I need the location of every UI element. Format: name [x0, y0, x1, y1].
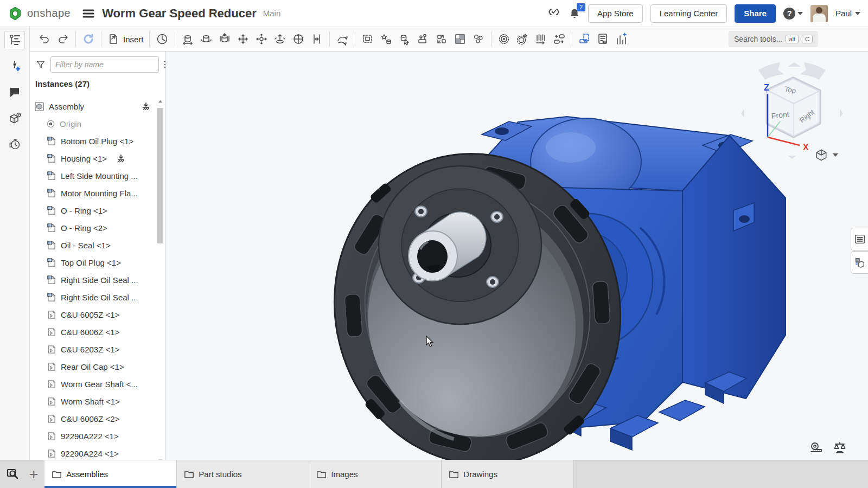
instance-item[interactable]: 92290A222 <1>	[30, 427, 156, 445]
instance-item[interactable]: C&U 6006Z <2>	[30, 410, 156, 427]
sidebar-scrollbar[interactable]	[157, 99, 164, 463]
share-button[interactable]: Share	[735, 4, 776, 23]
help-icon[interactable]: ?	[783, 8, 795, 20]
scrollbar-thumb[interactable]	[157, 108, 163, 243]
insert-copy-button[interactable]	[432, 30, 451, 48]
instance-item[interactable]: O - Ring <2>	[30, 219, 156, 236]
sketch-overlay-button[interactable]	[576, 30, 594, 48]
assembly-icon	[34, 101, 44, 112]
history-button[interactable]	[153, 30, 171, 48]
instance-item[interactable]: Top Oil Plug <1>	[30, 254, 156, 271]
instance-item[interactable]: Left Side Mounting ...	[30, 167, 156, 184]
help-menu[interactable]: ?	[783, 8, 803, 20]
instance-item[interactable]: Housing <1>	[30, 150, 156, 167]
view-mode-switch[interactable]	[814, 148, 838, 162]
tab-assemblies[interactable]: Assemblies	[44, 460, 177, 488]
folder-icon	[184, 471, 194, 478]
named-positions-button[interactable]	[414, 30, 432, 48]
display-states-button[interactable]	[451, 30, 469, 48]
chevron-down-icon	[855, 12, 860, 15]
free-drag-button[interactable]	[252, 30, 271, 48]
gear-advanced-button[interactable]	[513, 30, 532, 48]
linked-icon	[46, 379, 56, 389]
new-tab-button[interactable]: +	[29, 467, 38, 482]
move-part-button[interactable]	[234, 30, 252, 48]
instance-item[interactable]: Rear Oil Cap <1>	[30, 358, 156, 375]
parallel-mate-button[interactable]	[308, 30, 326, 48]
instance-label: C&U 6005Z <1>	[61, 310, 119, 319]
scroll-up-icon[interactable]	[158, 99, 163, 104]
box-select-button[interactable]	[359, 30, 377, 48]
instance-item[interactable]: Oil - Seal <1>	[30, 236, 156, 254]
avatar[interactable]	[810, 5, 828, 22]
fastened-mate-button[interactable]	[178, 30, 197, 48]
instance-item[interactable]: Origin	[30, 115, 156, 132]
search-tabs-icon[interactable]	[7, 468, 21, 481]
tab-images[interactable]: Images	[309, 460, 442, 488]
undo-button[interactable]	[35, 30, 54, 48]
app-store-button[interactable]: App Store	[588, 4, 643, 23]
instance-item[interactable]: C&U 6006Z <1>	[30, 323, 156, 341]
instance-item[interactable]: Bottom Oil Plug <1>	[30, 132, 156, 150]
viewport[interactable]: Top Front Right Z X Y	[165, 52, 868, 460]
configuration-panel-handle[interactable]	[851, 251, 868, 274]
instance-item[interactable]: Worm Shaft <1>	[30, 393, 156, 410]
instance-item[interactable]: Right Side Oil Seal ...	[30, 288, 156, 306]
instance-item[interactable]: Assembly	[30, 98, 156, 115]
screw-relation-button[interactable]	[532, 30, 550, 48]
planar-mate-button[interactable]	[289, 30, 308, 48]
gear-relation-button[interactable]	[495, 30, 513, 48]
check-cube-icon[interactable]	[4, 109, 25, 127]
instance-item[interactable]: O - Ring <1>	[30, 202, 156, 219]
bom-panel-handle[interactable]	[851, 228, 868, 251]
cylindrical-mate-button[interactable]	[215, 30, 234, 48]
learning-center-button[interactable]: Learning Center	[650, 4, 727, 23]
instance-item[interactable]: C&U 6203Z <1>	[30, 341, 156, 358]
instances-panel: Instances (27) AssemblyOriginBottom Oil …	[30, 52, 165, 465]
comments-icon[interactable]	[4, 83, 25, 101]
instance-label: Oil - Seal <1>	[61, 241, 111, 250]
part-icon	[46, 258, 56, 268]
mate-connector-icon[interactable]	[4, 57, 25, 75]
measure-icon[interactable]	[809, 441, 824, 453]
instance-label: Top Oil Plug <1>	[61, 258, 121, 267]
instance-item[interactable]: Right Side Oil Seal ...	[30, 271, 156, 288]
update-button[interactable]	[79, 30, 98, 48]
tangent-path-button[interactable]	[333, 30, 352, 48]
instance-label: Rear Oil Cap <1>	[61, 362, 124, 371]
onshape-logo-icon	[8, 6, 23, 21]
user-menu[interactable]: Paul	[835, 9, 860, 18]
toolbar-separator	[355, 31, 355, 47]
tab-part-studios[interactable]: Part studios	[177, 460, 309, 488]
bill-of-materials-button[interactable]	[594, 30, 612, 48]
instance-label: Right Side Oil Seal ...	[61, 293, 138, 302]
lift-button[interactable]	[271, 30, 289, 48]
output-hub[interactable]	[379, 166, 541, 324]
versions-icon[interactable]	[547, 7, 561, 20]
redo-button[interactable]	[54, 30, 72, 48]
chevron-down-icon	[833, 153, 838, 157]
instance-tree-icon[interactable]	[4, 31, 25, 49]
replace-instance-button[interactable]	[395, 30, 414, 48]
pattern-button[interactable]	[377, 30, 395, 48]
filter-funnel-icon[interactable]	[35, 59, 46, 70]
mass-properties-icon[interactable]	[833, 441, 846, 453]
search-tools[interactable]: Search tools... alt C	[729, 31, 818, 47]
menu-icon[interactable]	[82, 9, 94, 18]
simulation-chart-button[interactable]	[612, 30, 631, 48]
instance-item[interactable]: Worm Gear Shaft <...	[30, 375, 156, 393]
relations-button[interactable]	[469, 30, 488, 48]
notifications-bell-icon[interactable]: 2	[569, 7, 580, 20]
instance-item[interactable]: Motor Mounting Fla...	[30, 184, 156, 202]
stopwatch-icon[interactable]	[4, 135, 25, 153]
instance-label: Worm Gear Shaft <...	[61, 380, 138, 389]
tab-label: Images	[331, 470, 358, 479]
insert-button[interactable]: Insert	[105, 30, 146, 48]
linked-toggle-button[interactable]	[550, 30, 569, 48]
workspace-name[interactable]: Main	[263, 9, 281, 18]
tab-drawings[interactable]: Drawings	[442, 460, 574, 488]
filter-input[interactable]	[50, 56, 159, 73]
revolute-mate-button[interactable]	[197, 30, 215, 48]
instance-item[interactable]: C&U 6005Z <1>	[30, 306, 156, 323]
toolbar-separator	[329, 31, 330, 47]
